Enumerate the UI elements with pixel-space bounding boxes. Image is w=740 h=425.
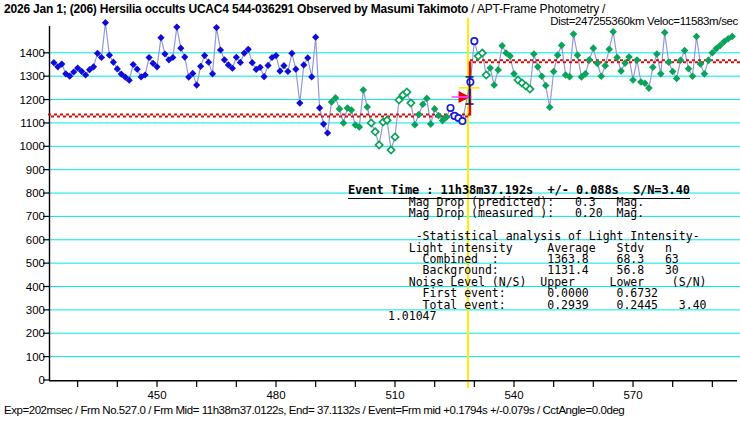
- title-observation: 2026 Jan 1; (206) Hersilia occults UCAC4…: [4, 2, 468, 16]
- x-tick-label: 540: [504, 389, 523, 401]
- y-tick-label: 1000: [19, 140, 45, 152]
- title-method: / APT-Frame Photometry /: [468, 2, 605, 16]
- y-tick-label: 600: [26, 234, 45, 246]
- model-fit-line: [48, 60, 740, 116]
- data-points: [50, 19, 736, 154]
- y-tick-label: 1400: [19, 47, 45, 59]
- y-tick-label: 400: [26, 281, 45, 293]
- chart-title: 2026 Jan 1; (206) Hersilia occults UCAC4…: [4, 2, 605, 16]
- y-tick-label: 1200: [19, 94, 45, 106]
- x-tick-label: 510: [385, 389, 404, 401]
- x-tick-label: 480: [266, 389, 285, 401]
- occultation-analysis-screen: 1400130012001100100090080070060050040030…: [0, 0, 740, 425]
- y-tick-label: 0: [39, 374, 45, 386]
- frame-info-footer: Exp=202msec / Frm No.527.0 / Frm Mid= 11…: [4, 404, 624, 416]
- y-tick-label: 700: [26, 210, 45, 222]
- statistics-block: Mag Drop (predicted): 0.3 Mag. Mag Drop …: [388, 197, 707, 322]
- y-tick-label: 1300: [19, 70, 45, 82]
- light-curve-line: [54, 23, 732, 150]
- y-tick-label: 300: [26, 304, 45, 316]
- distance-velocity-info: Dist=247255360km Veloc=11583m/sec: [550, 15, 738, 27]
- y-tick-label: 800: [26, 187, 45, 199]
- y-tick-label: 900: [26, 164, 45, 176]
- y-tick-label: 200: [26, 327, 45, 339]
- y-tick-label: 100: [26, 351, 45, 363]
- x-tick-label: 450: [147, 389, 166, 401]
- y-tick-label: 500: [26, 257, 45, 269]
- x-tick-label: 570: [623, 389, 642, 401]
- y-tick-label: 1100: [20, 117, 45, 129]
